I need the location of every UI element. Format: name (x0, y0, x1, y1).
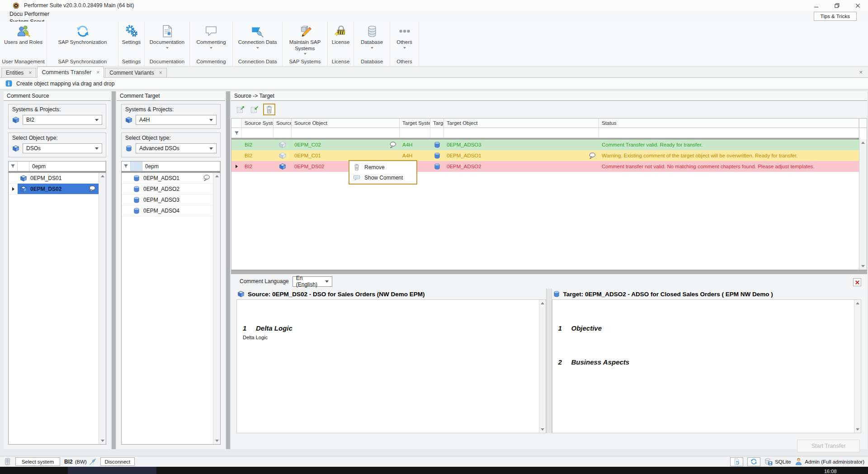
menu-docu-performer[interactable]: Docu Performer (3, 11, 66, 19)
scroll-down-icon[interactable] (861, 265, 865, 267)
source-system-select[interactable]: BI2 (23, 115, 102, 125)
column-header-source-system[interactable]: Source System (242, 118, 274, 128)
comment-language-select[interactable]: En (English) (292, 276, 332, 287)
filter-icon (234, 130, 240, 136)
scroll-up-icon[interactable] (101, 175, 104, 177)
scroll-up-icon[interactable] (856, 302, 859, 304)
expand-icon[interactable] (12, 187, 14, 191)
target-item-0epm-adso2[interactable]: 0EPM_ADSO2 (122, 184, 213, 194)
source-item-0epm-ds02[interactable]: 0EPM_DS02 (9, 184, 99, 194)
source-object-type-select[interactable]: DSOs (23, 143, 102, 153)
horizontal-splitter[interactable] (231, 270, 867, 274)
close-icon[interactable]: × (28, 70, 32, 76)
close-icon[interactable]: × (859, 69, 863, 76)
document-refresh-button[interactable] (730, 457, 743, 466)
target-item-0epm-adso3[interactable]: 0EPM_ADSO3 (122, 194, 213, 205)
mapping-toolbar (231, 101, 867, 118)
column-header-target[interactable]: Target... (430, 118, 444, 128)
target-item-0epm-adso1[interactable]: 0EPM_ADSO1 (122, 173, 213, 184)
scrollbar[interactable] (99, 173, 106, 444)
filter-cell[interactable] (400, 128, 430, 138)
column-header-status[interactable]: Status (599, 118, 859, 128)
tab-entities[interactable]: Entities× (1, 68, 36, 77)
export-grid-button[interactable] (235, 104, 246, 115)
taskbar-clock: 16:08 (824, 469, 837, 474)
scrollbar[interactable] (859, 118, 867, 270)
column-header-target-system[interactable]: Target System (400, 118, 430, 128)
remove-mapping-button[interactable] (263, 104, 275, 115)
close-button[interactable] (847, 0, 868, 11)
close-icon[interactable]: × (96, 70, 99, 75)
panel-splitter[interactable] (112, 91, 116, 449)
scroll-down-icon[interactable] (541, 428, 544, 431)
column-header-source-object[interactable]: Source Object (292, 118, 400, 128)
close-comments-button[interactable] (853, 278, 861, 286)
minimize-button[interactable] (806, 0, 826, 11)
context-menu-item-remove[interactable]: Remove (349, 162, 416, 172)
ribbon-button-maintain-sap-systems[interactable]: Maintain SAP Systems (283, 22, 327, 55)
scroll-down-icon[interactable] (101, 440, 104, 442)
mapping-row-0epm-ds02[interactable]: BI20EPM_DS02A4H0EPM_ADSO2Comment transfe… (231, 161, 859, 172)
mapping-row-0epm-c02[interactable]: BI20EPM_C02A4H0EPM_ADSO3Comment Transfer… (231, 139, 859, 150)
filter-input[interactable]: 0epm (142, 161, 220, 171)
import-grid-button[interactable] (249, 104, 260, 115)
source-item-0epm-ds01[interactable]: 0EPM_DS01 (9, 173, 99, 184)
filter-input[interactable]: 0epm (29, 161, 106, 171)
restore-button[interactable] (826, 0, 847, 11)
ribbon-group-sap-synchronization: SAP SynchronizationSAP Synchronization (47, 22, 118, 66)
doc-refresh-icon (733, 458, 740, 465)
ribbon-group-user-management: Users and RolesUser Management (0, 22, 47, 66)
comment-target-panel: Comment Target Systems & Projects: A4H S… (117, 91, 225, 449)
tips-and-tricks-button[interactable]: Tips & Tricks (814, 12, 857, 21)
scrollbar[interactable] (854, 300, 861, 433)
ribbon-button-license[interactable]: License (328, 22, 354, 46)
target-item-0epm-adso4[interactable]: 0EPM_ADSO4 (122, 205, 213, 216)
sap-sync-icon (76, 24, 90, 38)
info-bar-text: Create object mapping via drag and drop (16, 81, 114, 87)
disconnect-button[interactable]: Disconnect (100, 457, 135, 466)
ribbon-button-database[interactable]: Database (354, 22, 390, 49)
filter-cell[interactable] (599, 128, 859, 138)
ribbon-button-sap-synchronization[interactable]: SAP Synchronization (47, 22, 118, 46)
adso-icon (434, 163, 441, 170)
column-header-source[interactable]: Source... (274, 118, 292, 128)
ribbon-button-documentation[interactable]: Documentation (145, 22, 189, 49)
taskbar-item[interactable] (68, 467, 156, 474)
column-header-target-object[interactable]: Target Object (444, 118, 599, 128)
tab-comment-variants[interactable]: Comment Variants× (105, 68, 167, 77)
filter-cell[interactable] (292, 128, 400, 138)
panel-splitter[interactable] (226, 91, 230, 449)
scroll-up-icon[interactable] (861, 142, 865, 144)
pane-splitter[interactable] (546, 289, 552, 433)
ribbon-button-commenting[interactable]: Commenting (190, 22, 232, 49)
systems-projects-group: Systems & Projects: A4H (121, 104, 221, 129)
filter-cell[interactable] (430, 128, 444, 138)
close-icon[interactable]: × (159, 70, 162, 76)
ribbon-button-connection-data[interactable]: Connection Data (233, 22, 282, 49)
ribbon-group-label: License (328, 58, 354, 66)
filter-cell[interactable] (444, 128, 599, 138)
window-controls (806, 0, 868, 11)
filter-cell[interactable] (274, 128, 292, 138)
sync-button[interactable] (747, 457, 760, 466)
ribbon-button-users-and-roles[interactable]: Users and Roles (0, 22, 47, 46)
expand-icon[interactable] (236, 165, 238, 168)
ribbon-button-settings[interactable]: Settings (118, 22, 144, 46)
mapping-row-0epm-c01[interactable]: BI20EPM_C01A4H0EPM_ADSO1Warning. Existin… (231, 150, 859, 161)
scroll-up-icon[interactable] (541, 302, 544, 304)
tab-comments-transfer[interactable]: Comments Transfer× (37, 66, 104, 78)
scroll-down-icon[interactable] (856, 428, 859, 431)
target-object-type-select[interactable]: Advanced DSOs (136, 143, 217, 153)
scroll-up-icon[interactable] (215, 175, 219, 177)
adso-icon (133, 185, 140, 193)
context-menu-item-show-comment[interactable]: Show Comment (349, 172, 416, 183)
trash-icon (265, 105, 274, 114)
target-system-select[interactable]: A4H (136, 115, 217, 125)
select-system-button[interactable]: Select system (15, 457, 60, 466)
scrollbar[interactable] (213, 173, 220, 444)
scrollbar[interactable] (539, 300, 546, 433)
scroll-down-icon[interactable] (215, 440, 219, 442)
filter-cell[interactable] (242, 128, 274, 138)
start-transfer-button[interactable]: Start Transfer (797, 440, 860, 452)
ribbon-button-others[interactable]: Others (390, 22, 419, 49)
